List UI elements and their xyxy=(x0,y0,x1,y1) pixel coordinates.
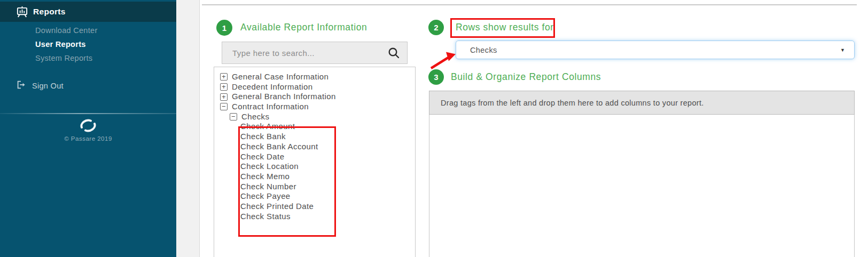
sidebar-divider xyxy=(0,113,176,114)
tree-node-general-branch-information: + General Branch Information xyxy=(214,92,415,102)
dropzone-instruction-bar: Drag tags from the left and drop them he… xyxy=(429,91,855,115)
tree-leaf-check-bank: Check Bank xyxy=(214,132,415,142)
tree-node-decedent-information: + Decedent Information xyxy=(214,82,415,92)
tree-node-general-case-information: + General Case Information xyxy=(214,72,415,82)
report-info-tree-panel: + General Case Information + Decedent In… xyxy=(214,67,416,257)
tree-leaf-check-number: Check Number xyxy=(214,182,415,192)
tree-leaf-check-location: Check Location xyxy=(214,162,415,172)
reports-chart-icon xyxy=(16,5,29,18)
search-icon[interactable] xyxy=(387,46,400,59)
tree-leaf-check-date: Check Date xyxy=(214,152,415,162)
tree-leaf-check-payee: Check Payee xyxy=(214,191,415,202)
passare-logo-icon xyxy=(79,125,97,134)
expand-icon[interactable]: + xyxy=(220,83,228,91)
sign-out-button[interactable]: Sign Out xyxy=(16,80,64,92)
tree-leaf-check-bank-account: Check Bank Account xyxy=(214,142,415,152)
sidebar-section-reports[interactable]: Reports xyxy=(0,2,176,22)
dropzone-instruction-text: Drag tags from the left and drop them he… xyxy=(441,99,704,107)
columns-drop-area[interactable] xyxy=(429,115,855,257)
sign-out-label: Sign Out xyxy=(32,82,64,90)
content-gutter xyxy=(176,0,200,257)
tree-node-contract-information: − Contract Information xyxy=(214,102,415,112)
expand-icon[interactable]: + xyxy=(220,73,228,81)
expand-icon[interactable]: + xyxy=(220,93,228,101)
tree-node-checks: − Checks xyxy=(214,112,415,122)
report-info-search-box xyxy=(222,42,408,64)
chevron-down-icon: ▼ xyxy=(840,47,845,53)
step-2-badge: 2 xyxy=(428,20,444,35)
collapse-icon[interactable]: − xyxy=(230,113,237,121)
tree-leaf-check-printed-date: Check Printed Date xyxy=(214,202,415,212)
rows-show-results-select[interactable]: Checks ▼ xyxy=(456,41,855,59)
search-input[interactable] xyxy=(231,48,387,58)
sidebar: Reports Download Center User Reports Sys… xyxy=(0,0,176,257)
step-3-title: Build & Organize Report Columns xyxy=(451,71,601,83)
collapse-icon[interactable]: − xyxy=(220,103,228,110)
step-1-badge: 1 xyxy=(216,20,232,36)
step-1-title: Available Report Information xyxy=(240,22,367,33)
tree-leaf-check-memo: Check Memo xyxy=(214,172,415,182)
step-2-title: Rows show results for xyxy=(456,22,554,33)
sidebar-item-download-center[interactable]: Download Center xyxy=(35,26,98,35)
content-top-divider xyxy=(202,4,857,5)
sidebar-item-system-reports[interactable]: System Reports xyxy=(35,54,92,62)
selected-value: Checks xyxy=(470,46,497,54)
annotation-arrow xyxy=(426,51,459,72)
sidebar-header-label: Reports xyxy=(33,7,66,17)
tree-leaf-check-status: Check Status xyxy=(214,212,415,222)
copyright-text: © Passare 2019 xyxy=(0,135,176,142)
step-3-badge: 3 xyxy=(428,69,444,85)
sign-out-icon xyxy=(16,80,26,92)
tree-leaf-check-amount: Check Amount xyxy=(214,122,415,132)
sidebar-item-user-reports[interactable]: User Reports xyxy=(35,40,86,49)
